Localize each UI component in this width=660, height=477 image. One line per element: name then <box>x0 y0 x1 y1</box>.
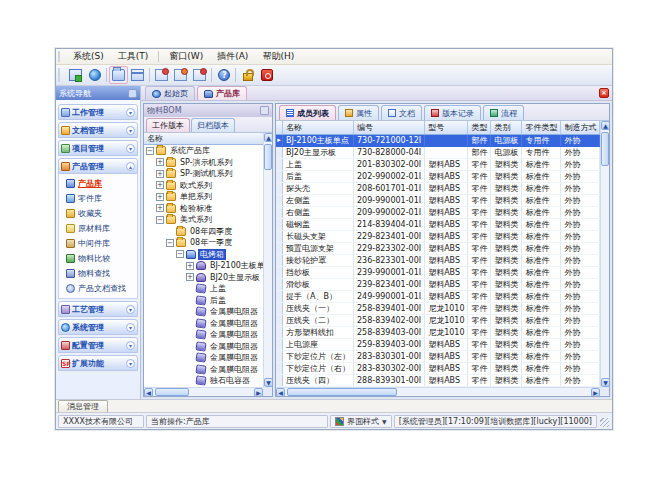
message-manager-tab[interactable]: 消息管理 <box>58 400 108 412</box>
tree-expander-icon[interactable]: − <box>176 250 184 258</box>
tree-expander-icon[interactable]: + <box>156 193 164 201</box>
detail-tab[interactable]: 成员列表 <box>279 105 336 120</box>
chevron-down-icon[interactable]: ▾ <box>126 341 135 350</box>
resize-grip[interactable] <box>599 415 610 428</box>
table-row[interactable]: 上盖201-830302-00I塑料ABS零件塑料类标准件外协条 <box>276 158 609 170</box>
detail-tab[interactable]: 文档 <box>381 105 422 120</box>
table-row[interactable]: 右侧盖209-990002-01I塑料ABS零件塑料类标准件外协条 <box>276 206 609 218</box>
tree-node[interactable]: +单把系列 <box>144 191 263 203</box>
sidebar-group-header[interactable]: 配置管理▾ <box>58 337 138 353</box>
toolbar-button[interactable] <box>152 66 171 84</box>
sidebar-item[interactable]: 产品文档查找 <box>65 281 137 296</box>
tree-node[interactable]: −08年一季度 <box>144 237 263 249</box>
scroll-left-icon[interactable]: ◀ <box>144 388 153 396</box>
tree-node[interactable]: 独石电容器 <box>144 375 263 387</box>
tree-expander-icon[interactable]: + <box>156 158 164 166</box>
chevron-down-icon[interactable]: ▾ <box>126 305 135 314</box>
table-row[interactable]: 探头壳208-601701-01I塑料ABS零件塑料类标准件外协条 <box>276 182 609 194</box>
version-tab[interactable]: 归档版本 <box>191 118 235 132</box>
toolbar-button[interactable] <box>214 66 233 84</box>
tree-expander-icon[interactable]: − <box>156 216 164 224</box>
column-header[interactable]: 零件类型 <box>522 121 561 134</box>
toolbar-button[interactable] <box>109 66 128 84</box>
chevron-up-icon[interactable]: ▴ <box>126 162 135 171</box>
toolbar-button[interactable] <box>257 66 276 84</box>
tree-expander-icon[interactable]: + <box>156 204 164 212</box>
tree-node[interactable]: +欧式系列 <box>144 180 263 192</box>
tree-node[interactable]: −电烤箱 <box>144 249 263 261</box>
tree-node[interactable]: 上盖 <box>144 283 263 295</box>
sidebar-group-header[interactable]: 工艺管理▾ <box>58 301 138 317</box>
sidebar-item[interactable]: 原材料库 <box>65 221 137 236</box>
menu-item[interactable]: 窗口(W) <box>162 49 210 64</box>
sidebar-item[interactable]: 产品库 <box>65 176 137 191</box>
table-row[interactable]: 后盖202-990002-01I塑料ABS零件塑料类标准件外协条 <box>276 170 609 182</box>
sidebar-item[interactable]: 零件库 <box>65 191 137 206</box>
scroll-up-icon[interactable]: ▲ <box>264 133 272 142</box>
sidebar-group-header[interactable]: 扩展功能▾ <box>58 355 138 371</box>
tree-expander-icon[interactable]: + <box>186 262 194 270</box>
tree-node[interactable]: 金属膜电阻器 <box>144 329 263 341</box>
table-row[interactable]: ▸BJ-2100主板单点730-721000-12I部件电源板专用件外协颗 <box>276 134 609 146</box>
column-header[interactable]: 名称 <box>283 121 354 134</box>
tree-node[interactable]: 金属膜电阻器 <box>144 318 263 330</box>
table-vertical-scrollbar[interactable]: ▲ ▼ <box>600 121 609 387</box>
scroll-down-icon[interactable]: ▼ <box>601 378 609 387</box>
table-row[interactable]: 挡纱板239-990001-01I塑料ABS零件塑料类标准件外协条 <box>276 266 609 278</box>
toolbar-button[interactable] <box>66 66 85 84</box>
tree-node[interactable]: +检验标准 <box>144 203 263 215</box>
table-row[interactable]: 提手（A、B）249-990001-01I塑料ABS零件塑料类标准件外协条 <box>276 290 609 302</box>
menu-item[interactable]: 系统(S) <box>66 49 111 64</box>
chevron-down-icon[interactable]: ▾ <box>126 323 135 332</box>
main-tab[interactable]: 起始页 <box>145 86 195 100</box>
tree-expander-icon[interactable]: + <box>156 170 164 178</box>
sidebar-item[interactable]: 物料查找 <box>65 266 137 281</box>
version-tab[interactable]: 工作版本 <box>146 118 190 132</box>
tree-node[interactable]: 08年四季度 <box>144 226 263 238</box>
table-row[interactable]: 接纱轮护罩236-823301-00I塑料ABS零件塑料类标准件外协条 <box>276 254 609 266</box>
tree-node[interactable]: 金属膜电阻器 <box>144 352 263 364</box>
chevron-down-icon[interactable]: ▾ <box>126 126 135 135</box>
tree-node[interactable]: +SP-测试机系列 <box>144 168 263 180</box>
scroll-right-icon[interactable]: ▶ <box>254 388 263 396</box>
toolbar-button[interactable] <box>85 66 104 84</box>
tree-expander-icon[interactable]: + <box>156 181 164 189</box>
chevron-down-icon[interactable]: ▾ <box>126 359 135 368</box>
scrollbar-thumb[interactable] <box>287 388 397 396</box>
scrollbar-thumb[interactable] <box>264 144 272 170</box>
column-header[interactable]: 类别 <box>491 121 522 134</box>
scrollbar-thumb[interactable] <box>155 388 189 396</box>
sidebar-item[interactable]: 物料比较 <box>65 251 137 266</box>
tree-node[interactable]: 金属膜电阻器 <box>144 306 263 318</box>
table-row[interactable]: 上电源座259-839403-00I塑料ABS零件塑料类标准件外协条 <box>276 338 609 350</box>
tree-node[interactable]: −系统产品库 <box>144 145 263 157</box>
table-row[interactable]: 压线夹（二）258-839402-00I尼龙1010零件塑料类标准件外协条 <box>276 314 609 326</box>
tree-column-header[interactable]: 名称 <box>144 133 272 145</box>
sidebar-group-header[interactable]: 文档管理▾ <box>58 122 138 138</box>
scroll-right-icon[interactable]: ▶ <box>591 388 600 396</box>
tree-expander-icon[interactable]: − <box>146 147 154 155</box>
tree-node[interactable]: +SP-演示机系列 <box>144 157 263 169</box>
toolbar-button[interactable] <box>190 66 209 84</box>
sidebar-group-header[interactable]: 项目管理▾ <box>58 140 138 156</box>
tree-node[interactable]: 金属膜电阻器 <box>144 364 263 376</box>
ui-style-selector[interactable]: 界面样式 ▼ <box>330 415 392 428</box>
tree-vertical-scrollbar[interactable]: ▲ ▼ <box>263 133 272 387</box>
toolbar-button[interactable] <box>171 66 190 84</box>
sidebar-item[interactable]: 收藏夹 <box>65 206 137 221</box>
table-row[interactable]: 方形塑料线扣258-839403-00I尼龙1010零件塑料类标准件外协条 <box>276 326 609 338</box>
pin-icon[interactable] <box>260 106 269 115</box>
sidebar-group-header[interactable]: 产品管理▴ <box>58 158 138 174</box>
tree-expander-icon[interactable]: − <box>166 239 174 247</box>
chevron-down-icon[interactable]: ▾ <box>126 144 135 153</box>
tree-node[interactable]: 金属膜电阻器 <box>144 341 263 353</box>
sidebar-group-header[interactable]: 工作管理▾ <box>58 104 138 120</box>
table-row[interactable]: 压线夹（四）288-839301-00I塑料ABS零件塑料类标准件外协条 <box>276 374 609 386</box>
tree-node[interactable]: −美式系列 <box>144 214 263 226</box>
detail-tab[interactable]: 版本记录 <box>424 105 481 120</box>
table-row[interactable]: 左侧盖209-990001-01I塑料ABS零件塑料类标准件外协条 <box>276 194 609 206</box>
table-row[interactable]: 预置电源支架229-823302-00I塑料ABS零件塑料类标准件外协条 <box>276 242 609 254</box>
sidebar-group-header[interactable]: 系统管理▾ <box>58 319 138 335</box>
scroll-left-icon[interactable]: ◀ <box>276 388 285 396</box>
tree-node[interactable]: +BJ-2100主板单点 <box>144 260 263 272</box>
